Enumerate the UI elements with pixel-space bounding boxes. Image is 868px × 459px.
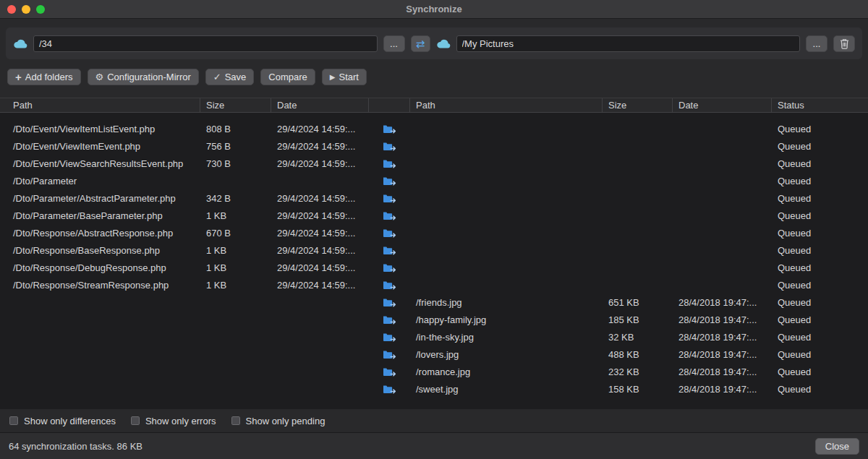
column-header-sync-direction [369,98,410,112]
traffic-lights [7,5,45,14]
gear-icon: ⚙ [95,72,104,82]
status-cell: Queued [772,124,868,134]
status-cell: Queued [772,384,868,395]
table-row[interactable]: /Dto/Event/ViewItemListEvent.php 808 B 2… [0,120,868,137]
status-cell: Queued [772,141,868,152]
left-date-cell: 29/4/2024 14:59:... [271,141,369,152]
table-row[interactable]: /lovers.jpg 488 KB 28/4/2018 19:47:... Q… [0,346,868,363]
status-cell: Queued [772,314,868,325]
left-path-cell: /Dto/Parameter/BaseParameter.php [0,210,200,221]
left-path-cell: /Dto/Response/DebugResponse.php [0,262,200,273]
left-path-cell: /Dto/Event/ViewSearchResultsEvent.php [0,158,200,169]
filter-show-only-pending[interactable]: Show only pending [231,416,326,426]
sync-direction-icon [369,211,410,220]
column-header-status[interactable]: Status [772,98,868,112]
filter-show-only-differences[interactable]: Show only differences [9,416,116,426]
right-path-cell: /romance.jpg [410,366,603,377]
filter-show-only-errors[interactable]: Show only errors [130,416,216,426]
right-date-cell: 28/4/2018 19:47:... [673,297,772,308]
left-path-cell: /Dto/Parameter/AbstractParameter.php [0,193,200,204]
left-size-cell: 342 B [200,193,271,204]
status-cell: Queued [772,262,868,273]
status-cell: Queued [772,193,868,204]
table-row[interactable]: /happy-family.jpg 185 KB 28/4/2018 19:47… [0,311,868,328]
sync-table: Path Size Date Path Size Date Status /Dt… [0,98,868,409]
swap-directions-button[interactable]: ⇄ [411,35,430,52]
start-button[interactable]: ▶ Start [322,69,367,85]
table-row[interactable]: /Dto/Response/StreamResponse.php 1 KB 29… [0,276,868,293]
filter-label: Show only differences [24,416,116,426]
add-folders-button[interactable]: + Add folders [7,69,81,85]
play-icon: ▶ [330,74,336,81]
table-row[interactable]: /Dto/Response/DebugResponse.php 1 KB 29/… [0,259,868,276]
compare-button[interactable]: Compare [260,69,315,85]
sync-direction-icon [369,159,410,168]
right-path-input[interactable] [456,35,801,52]
table-row[interactable]: /Dto/Parameter/BaseParameter.php 1 KB 29… [0,207,868,224]
table-row[interactable]: /Dto/Response/BaseResponse.php 1 KB 29/4… [0,241,868,259]
right-path-cell: /sweet.jpg [410,384,603,395]
checkbox-differences[interactable] [9,416,19,426]
left-date-cell: 29/4/2024 14:59:... [271,228,369,239]
sync-direction-icon [369,194,410,203]
column-header-left-size[interactable]: Size [200,98,271,112]
right-path-cell: /in-the-sky.jpg [410,332,603,343]
titlebar: Synchronize [0,0,868,19]
table-body[interactable]: /Dto/Event/ViewItemListEvent.php 808 B 2… [0,113,868,409]
column-header-right-date[interactable]: Date [673,98,772,112]
left-path-cell: /Dto/Response/BaseResponse.php [0,245,200,256]
delete-pair-button[interactable] [833,35,855,52]
status-cell: Queued [772,245,868,256]
table-row[interactable]: /Dto/Parameter/AbstractParameter.php 342… [0,189,868,207]
checkbox-errors[interactable] [130,416,140,426]
right-browse-button[interactable]: ... [806,35,827,52]
right-size-cell: 32 KB [603,332,673,343]
task-summary: 64 synchronization tasks. 86 KB [9,441,142,452]
window-title: Synchronize [0,4,868,14]
left-path-cell: /Dto/Response/AbstractResponse.php [0,228,200,239]
left-size-cell: 1 KB [200,280,271,291]
column-header-right-size[interactable]: Size [603,98,673,112]
column-header-left-date[interactable]: Date [271,98,369,112]
close-window-button[interactable] [7,5,16,14]
left-browse-button[interactable]: ... [383,35,405,52]
close-button[interactable]: Close [815,438,859,455]
left-size-cell: 756 B [200,141,271,152]
checkbox-pending[interactable] [231,416,241,426]
left-size-cell: 1 KB [200,210,271,221]
plus-icon: + [15,72,22,82]
cloud-icon-right [436,39,451,48]
save-button[interactable]: ✓ Save [205,69,255,85]
left-size-cell: 1 KB [200,245,271,256]
right-size-cell: 651 KB [603,297,673,308]
right-date-cell: 28/4/2018 19:47:... [673,384,772,395]
table-row[interactable]: /Dto/Event/ViewItemEvent.php 756 B 29/4/… [0,137,868,155]
zoom-window-button[interactable] [36,5,45,14]
table-row[interactable]: /in-the-sky.jpg 32 KB 28/4/2018 19:47:..… [0,328,868,346]
left-path-input[interactable] [33,35,378,52]
minimize-window-button[interactable] [22,5,30,14]
right-date-cell: 28/4/2018 19:47:... [673,366,772,377]
configuration-button[interactable]: ⚙ Configuration-Mirror [88,69,199,85]
table-row[interactable]: /sweet.jpg 158 KB 28/4/2018 19:47:... Qu… [0,380,868,398]
table-row[interactable]: /friends.jpg 651 KB 28/4/2018 19:47:... … [0,293,868,311]
table-row[interactable]: /romance.jpg 232 KB 28/4/2018 19:47:... … [0,363,868,380]
table-header: Path Size Date Path Size Date Status [0,98,868,113]
column-header-right-path[interactable]: Path [410,98,603,112]
sync-direction-icon [369,385,410,394]
folder-pair-panel: ... ⇄ ... [6,27,862,59]
table-row[interactable]: /Dto/Event/ViewSearchResultsEvent.php 73… [0,155,868,172]
left-date-cell: 29/4/2024 14:59:... [271,158,369,169]
start-label: Start [339,72,359,82]
table-row[interactable]: /Dto/Parameter Queued [0,172,868,189]
sync-direction-icon [369,263,410,273]
status-cell: Queued [772,332,868,343]
table-row[interactable]: /Dto/Response/AbstractResponse.php 670 B… [0,224,868,241]
sync-direction-icon [369,315,410,325]
sync-direction-icon [369,298,410,307]
trash-icon [840,38,849,49]
column-header-left-path[interactable]: Path [0,98,200,112]
left-path-cell: /Dto/Response/StreamResponse.php [0,280,200,291]
compare-label: Compare [268,72,307,82]
filter-label: Show only errors [145,416,216,426]
